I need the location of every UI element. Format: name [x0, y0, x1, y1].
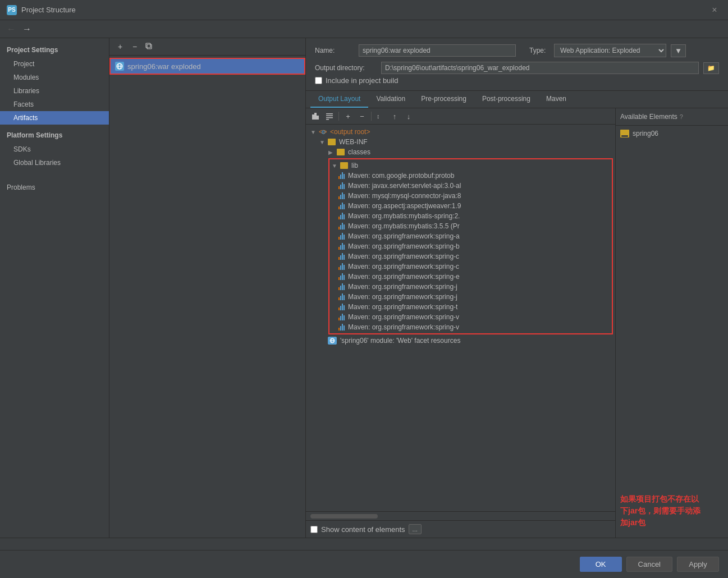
tree-item-spring-e[interactable]: Maven: org.springframework:spring-e — [329, 272, 612, 282]
title-bar: PS Project Structure × — [0, 0, 728, 20]
tab-pre-processing[interactable]: Pre-processing — [413, 91, 474, 108]
output-layout-area: + − ↕ ↑ ↓ ▼ <⚙> — [306, 108, 728, 538]
output-add-button[interactable]: + — [342, 110, 354, 122]
close-button[interactable]: × — [708, 3, 721, 17]
tree-item-protobuf[interactable]: Maven: com.google.protobuf:protob — [329, 171, 612, 181]
artifact-item[interactable]: spring06:war exploded — [109, 58, 305, 75]
tree-item-lib[interactable]: ▼ lib — [329, 160, 612, 171]
svg-rect-0 — [147, 44, 152, 49]
copy-artifact-button[interactable] — [143, 40, 155, 53]
svg-text:>: > — [323, 128, 327, 136]
add-artifact-button[interactable]: + — [114, 40, 126, 53]
output-up-button[interactable]: ↑ — [388, 110, 401, 122]
help-icon[interactable]: ? — [680, 113, 683, 120]
type-select[interactable]: Web Application: Exploded Web Applicatio… — [554, 44, 666, 57]
tree-item-spring-a[interactable]: Maven: org.springframework:spring-a — [329, 231, 612, 241]
nav-arrows: ← → — [0, 21, 38, 38]
sidebar-item-modules[interactable]: Modules — [0, 71, 109, 84]
include-build-label: Include in project build — [326, 76, 398, 85]
tree-item-mysql-label: Maven: mysql:mysql-connector-java:8 — [348, 192, 461, 200]
sidebar-item-facets[interactable]: Facets — [0, 98, 109, 111]
name-input[interactable] — [359, 44, 516, 57]
annotation-area: ← 如果项目打包不存在以下jar包，则需要手动添加jar包 — [616, 484, 728, 538]
output-sort-button[interactable]: ↕ — [374, 110, 387, 122]
output-dir-label: Output directory: — [315, 64, 377, 72]
sidebar-item-sdks[interactable]: SDKs — [0, 143, 109, 156]
tree-item-spring-t[interactable]: Maven: org.springframework:spring-t — [329, 302, 612, 312]
cancel-button[interactable]: Cancel — [626, 557, 672, 572]
sidebar-item-libraries[interactable]: Libraries — [0, 84, 109, 98]
jar-icon-spring-c — [338, 253, 345, 260]
svg-rect-8 — [326, 119, 329, 120]
output-dir-input[interactable] — [381, 62, 699, 74]
tree-item-spring-v-label: Maven: org.springframework:spring-v — [348, 313, 459, 321]
sidebar-item-project[interactable]: Project — [0, 57, 109, 71]
output-tree: ▼ <⚙> <output root> ▼ WEB-INF ▶ — [306, 125, 615, 511]
tree-item-classes-label: classes — [348, 148, 370, 156]
tab-post-processing[interactable]: Post-processing — [474, 91, 538, 108]
window-title: Project Structure — [21, 6, 76, 14]
toolbar-separator-2 — [371, 112, 372, 121]
output-list-button[interactable] — [323, 110, 336, 122]
module-icon-spring06 — [620, 130, 629, 137]
show-content-options-button[interactable]: ... — [409, 524, 422, 534]
browse-dir-button[interactable]: 📁 — [703, 62, 719, 74]
jar-icon-aspectj — [338, 203, 345, 209]
content-panel: Name: Type: Web Application: Exploded We… — [306, 38, 728, 538]
remove-artifact-button[interactable]: − — [129, 40, 141, 53]
tab-validation[interactable]: Validation — [368, 91, 413, 108]
include-build-checkbox[interactable] — [315, 77, 322, 84]
tree-item-mybatis-spring[interactable]: Maven: org.mybatis:mybatis-spring:2. — [329, 211, 612, 221]
tab-maven[interactable]: Maven — [538, 91, 574, 108]
sidebar-item-global-libraries[interactable]: Global Libraries — [0, 156, 109, 169]
tree-item-classes[interactable]: ▶ classes — [306, 147, 615, 157]
tree-item-mysql[interactable]: Maven: mysql:mysql-connector-java:8 — [329, 191, 612, 201]
tree-item-spring-j[interactable]: Maven: org.springframework:spring-j — [329, 282, 612, 292]
tree-item-aspectj[interactable]: Maven: org.aspectj:aspectjweaver:1.9 — [329, 201, 612, 211]
svg-text:↕: ↕ — [377, 113, 380, 120]
jar-icon-spring-v2 — [338, 324, 345, 331]
scrollbar-thumb[interactable] — [310, 514, 378, 519]
tree-item-spring-v2[interactable]: Maven: org.springframework:spring-v — [329, 322, 612, 332]
sidebar-item-artifacts[interactable]: Artifacts — [0, 111, 109, 125]
form-area: Name: Type: Web Application: Exploded We… — [306, 38, 728, 91]
tree-item-spring-d[interactable]: Maven: org.springframework:spring-c — [329, 262, 612, 272]
output-tree-panel: + − ↕ ↑ ↓ ▼ <⚙> — [306, 108, 616, 538]
jar-icon-mybatis — [338, 223, 345, 230]
tree-item-spring-b[interactable]: Maven: org.springframework:spring-b — [329, 241, 612, 251]
artifact-web-icon — [115, 62, 124, 71]
available-panel: Available Elements ? spring06 ← 如果项目打包不存… — [616, 108, 728, 538]
ok-button[interactable]: OK — [580, 557, 622, 572]
tree-item-web-resources-label: 'spring06' module: 'Web' facet resources — [340, 337, 460, 345]
svg-rect-7 — [326, 117, 333, 118]
tree-item-webinf[interactable]: ▼ WEB-INF — [306, 137, 615, 147]
name-row: Name: Type: Web Application: Exploded We… — [315, 44, 719, 57]
tree-item-spring-c[interactable]: Maven: org.springframework:spring-c — [329, 251, 612, 262]
tree-item-servlet[interactable]: Maven: javax.servlet:servlet-api:3.0-al — [329, 181, 612, 191]
show-content-checkbox[interactable] — [310, 526, 318, 533]
include-build-row: Include in project build — [315, 76, 719, 85]
tree-item-mybatis[interactable]: Maven: org.mybatis:mybatis:3.5.5 (Pr — [329, 221, 612, 231]
tree-item-protobuf-label: Maven: com.google.protobuf:protob — [348, 172, 454, 180]
tab-output-layout[interactable]: Output Layout — [310, 91, 368, 108]
sidebar-item-problems[interactable]: Problems — [0, 181, 109, 194]
forward-button[interactable]: → — [20, 23, 34, 35]
artifact-panel: + − spring06:war exploded — [109, 38, 306, 538]
tree-item-output-root[interactable]: ▼ <⚙> <output root> — [306, 127, 615, 137]
tree-item-spring-t-label: Maven: org.springframework:spring-t — [348, 303, 457, 311]
jar-icon-spring-t — [338, 304, 345, 310]
available-item-spring06-label: spring06 — [633, 130, 658, 137]
output-remove-button[interactable]: − — [356, 110, 368, 122]
folder-icon-lib — [340, 162, 348, 169]
tree-item-spring-j2[interactable]: Maven: org.springframework:spring-j — [329, 292, 612, 302]
output-down-button[interactable]: ↓ — [402, 110, 415, 122]
back-button[interactable]: ← — [4, 23, 18, 35]
output-home-button[interactable] — [309, 110, 322, 122]
type-dropdown-button[interactable]: ▼ — [671, 44, 686, 57]
tree-item-web-resources[interactable]: 'spring06' module: 'Web' facet resources — [306, 336, 615, 346]
apply-button[interactable]: Apply — [677, 557, 719, 572]
tree-item-spring-v[interactable]: Maven: org.springframework:spring-v — [329, 312, 612, 322]
tree-item-servlet-label: Maven: javax.servlet:servlet-api:3.0-al — [348, 182, 461, 190]
available-item-spring06[interactable]: spring06 — [616, 128, 728, 139]
horizontal-scrollbar[interactable] — [306, 511, 615, 520]
